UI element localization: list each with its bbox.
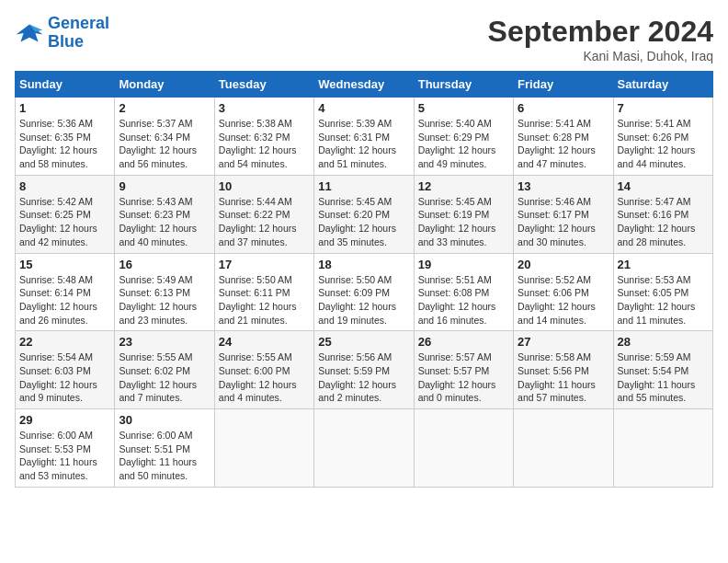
table-row: [314, 409, 414, 488]
day-number: 10: [219, 179, 310, 193]
day-info: Sunrise: 5:45 AM Sunset: 6:20 PM Dayligh…: [318, 195, 409, 249]
table-row: 13 Sunrise: 5:46 AM Sunset: 6:17 PM Dayl…: [514, 175, 613, 253]
col-friday: Friday: [514, 72, 613, 98]
day-number: 2: [119, 101, 210, 115]
table-row: 8 Sunrise: 5:42 AM Sunset: 6:25 PM Dayli…: [16, 175, 115, 253]
table-row: 22 Sunrise: 5:54 AM Sunset: 6:03 PM Dayl…: [16, 331, 115, 409]
day-number: 14: [618, 179, 709, 193]
table-row: 24 Sunrise: 5:55 AM Sunset: 6:00 PM Dayl…: [214, 331, 313, 409]
day-info: Sunrise: 5:37 AM Sunset: 6:34 PM Dayligh…: [119, 117, 210, 171]
table-row: 26 Sunrise: 5:57 AM Sunset: 5:57 PM Dayl…: [414, 331, 513, 409]
day-info: Sunrise: 5:57 AM Sunset: 5:57 PM Dayligh…: [418, 350, 509, 405]
day-number: 22: [19, 335, 110, 349]
table-row: 5 Sunrise: 5:40 AM Sunset: 6:29 PM Dayli…: [414, 98, 513, 176]
day-info: Sunrise: 5:54 AM Sunset: 6:03 PM Dayligh…: [19, 350, 110, 405]
col-wednesday: Wednesday: [314, 72, 414, 98]
table-row: 9 Sunrise: 5:43 AM Sunset: 6:23 PM Dayli…: [115, 175, 214, 253]
day-info: Sunrise: 5:56 AM Sunset: 5:59 PM Dayligh…: [318, 350, 409, 405]
table-row: 1 Sunrise: 5:36 AM Sunset: 6:35 PM Dayli…: [16, 98, 115, 176]
table-row: 6 Sunrise: 5:41 AM Sunset: 6:28 PM Dayli…: [514, 98, 613, 176]
day-info: Sunrise: 5:45 AM Sunset: 6:19 PM Dayligh…: [418, 195, 509, 249]
day-number: 8: [19, 179, 110, 193]
table-row: 14 Sunrise: 5:47 AM Sunset: 6:16 PM Dayl…: [613, 175, 712, 253]
calendar-header-row: Sunday Monday Tuesday Wednesday Thursday…: [16, 72, 713, 98]
day-info: Sunrise: 5:55 AM Sunset: 6:00 PM Dayligh…: [219, 350, 310, 405]
table-row: 10 Sunrise: 5:44 AM Sunset: 6:22 PM Dayl…: [214, 175, 313, 253]
day-info: Sunrise: 5:48 AM Sunset: 6:14 PM Dayligh…: [19, 273, 110, 327]
table-row: 25 Sunrise: 5:56 AM Sunset: 5:59 PM Dayl…: [314, 331, 414, 409]
day-info: Sunrise: 5:47 AM Sunset: 6:16 PM Dayligh…: [618, 195, 709, 249]
calendar-week-row: 15 Sunrise: 5:48 AM Sunset: 6:14 PM Dayl…: [16, 253, 713, 331]
table-row: 3 Sunrise: 5:38 AM Sunset: 6:32 PM Dayli…: [214, 98, 313, 176]
col-thursday: Thursday: [414, 72, 513, 98]
day-number: 11: [318, 179, 409, 193]
day-number: 24: [219, 335, 310, 349]
table-row: 17 Sunrise: 5:50 AM Sunset: 6:11 PM Dayl…: [214, 253, 313, 331]
day-info: Sunrise: 6:00 AM Sunset: 5:51 PM Dayligh…: [119, 429, 210, 483]
logo-text: General Blue: [48, 15, 109, 52]
day-info: Sunrise: 5:44 AM Sunset: 6:22 PM Dayligh…: [219, 195, 310, 249]
day-number: 23: [119, 335, 210, 349]
day-info: Sunrise: 5:41 AM Sunset: 6:28 PM Dayligh…: [518, 117, 609, 171]
table-row: 18 Sunrise: 5:50 AM Sunset: 6:09 PM Dayl…: [314, 253, 414, 331]
calendar-table: Sunday Monday Tuesday Wednesday Thursday…: [15, 71, 713, 488]
location: Kani Masi, Duhok, Iraq: [488, 49, 713, 63]
day-number: 6: [518, 101, 609, 115]
title-block: September 2024 Kani Masi, Duhok, Iraq: [488, 15, 713, 63]
day-number: 29: [19, 413, 110, 427]
day-number: 13: [518, 179, 609, 193]
calendar-week-row: 8 Sunrise: 5:42 AM Sunset: 6:25 PM Dayli…: [16, 175, 713, 253]
table-row: [214, 409, 313, 488]
table-row: 16 Sunrise: 5:49 AM Sunset: 6:13 PM Dayl…: [115, 253, 214, 331]
day-number: 7: [618, 101, 709, 115]
table-row: [514, 409, 613, 488]
col-saturday: Saturday: [613, 72, 712, 98]
day-info: Sunrise: 5:52 AM Sunset: 6:06 PM Dayligh…: [518, 273, 609, 327]
calendar-week-row: 1 Sunrise: 5:36 AM Sunset: 6:35 PM Dayli…: [16, 98, 713, 176]
day-info: Sunrise: 5:53 AM Sunset: 6:05 PM Dayligh…: [618, 273, 709, 327]
day-info: Sunrise: 5:40 AM Sunset: 6:29 PM Dayligh…: [418, 117, 509, 171]
day-number: 20: [518, 258, 609, 271]
day-info: Sunrise: 5:42 AM Sunset: 6:25 PM Dayligh…: [19, 195, 110, 249]
day-info: Sunrise: 5:41 AM Sunset: 6:26 PM Dayligh…: [618, 117, 709, 171]
day-number: 1: [19, 101, 110, 115]
day-info: Sunrise: 5:55 AM Sunset: 6:02 PM Dayligh…: [119, 350, 210, 405]
table-row: [414, 409, 513, 488]
svg-marker-0: [17, 24, 43, 41]
day-number: 26: [418, 335, 509, 349]
month-title: September 2024: [488, 15, 713, 49]
col-tuesday: Tuesday: [214, 72, 313, 98]
day-number: 15: [19, 258, 110, 271]
logo: General Blue: [15, 15, 109, 52]
table-row: 11 Sunrise: 5:45 AM Sunset: 6:20 PM Dayl…: [314, 175, 414, 253]
day-info: Sunrise: 5:50 AM Sunset: 6:11 PM Dayligh…: [219, 273, 310, 327]
day-number: 16: [119, 258, 210, 271]
day-number: 28: [618, 335, 709, 349]
day-number: 17: [219, 258, 310, 271]
table-row: 7 Sunrise: 5:41 AM Sunset: 6:26 PM Dayli…: [613, 98, 712, 176]
calendar-week-row: 29 Sunrise: 6:00 AM Sunset: 5:53 PM Dayl…: [16, 409, 713, 488]
day-info: Sunrise: 6:00 AM Sunset: 5:53 PM Dayligh…: [19, 429, 110, 483]
table-row: 28 Sunrise: 5:59 AM Sunset: 5:54 PM Dayl…: [613, 331, 712, 409]
day-info: Sunrise: 5:59 AM Sunset: 5:54 PM Dayligh…: [618, 350, 709, 405]
table-row: 12 Sunrise: 5:45 AM Sunset: 6:19 PM Dayl…: [414, 175, 513, 253]
calendar-week-row: 22 Sunrise: 5:54 AM Sunset: 6:03 PM Dayl…: [16, 331, 713, 409]
table-row: 23 Sunrise: 5:55 AM Sunset: 6:02 PM Dayl…: [115, 331, 214, 409]
table-row: 21 Sunrise: 5:53 AM Sunset: 6:05 PM Dayl…: [613, 253, 712, 331]
table-row: 2 Sunrise: 5:37 AM Sunset: 6:34 PM Dayli…: [115, 98, 214, 176]
day-info: Sunrise: 5:50 AM Sunset: 6:09 PM Dayligh…: [318, 273, 409, 327]
table-row: 29 Sunrise: 6:00 AM Sunset: 5:53 PM Dayl…: [16, 409, 115, 488]
day-number: 19: [418, 258, 509, 271]
day-number: 21: [618, 258, 709, 271]
day-info: Sunrise: 5:49 AM Sunset: 6:13 PM Dayligh…: [119, 273, 210, 327]
day-number: 3: [219, 101, 310, 115]
table-row: 15 Sunrise: 5:48 AM Sunset: 6:14 PM Dayl…: [16, 253, 115, 331]
table-row: 27 Sunrise: 5:58 AM Sunset: 5:56 PM Dayl…: [514, 331, 613, 409]
day-number: 30: [119, 413, 210, 427]
day-info: Sunrise: 5:58 AM Sunset: 5:56 PM Dayligh…: [518, 350, 609, 405]
col-sunday: Sunday: [16, 72, 115, 98]
day-info: Sunrise: 5:51 AM Sunset: 6:08 PM Dayligh…: [418, 273, 509, 327]
day-number: 12: [418, 179, 509, 193]
day-number: 9: [119, 179, 210, 193]
day-number: 4: [318, 101, 409, 115]
